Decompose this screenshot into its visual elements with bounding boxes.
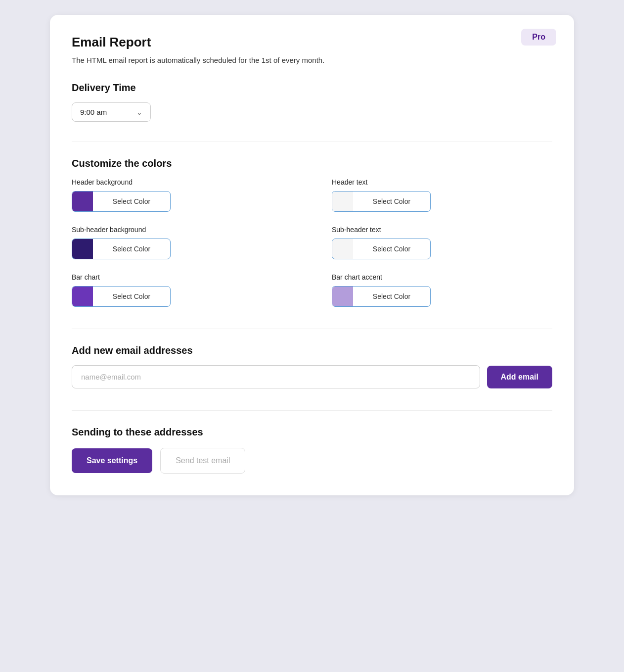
color-field-subheader-background: Sub-header backgroundSelect Color (72, 226, 292, 259)
color-picker-label-bar-chart: Select Color (93, 292, 170, 300)
time-select-dropdown[interactable]: 9:00 am ⌄ (72, 102, 151, 122)
color-field-bar-chart: Bar chartSelect Color (72, 273, 292, 307)
colors-section-title: Customize the colors (72, 158, 552, 169)
divider-3 (72, 410, 552, 411)
color-field-label-bar-chart: Bar chart (72, 273, 292, 281)
send-test-email-button[interactable]: Send test email (160, 448, 245, 474)
color-swatch-subheader-text (332, 239, 353, 259)
color-grid: Header backgroundSelect ColorHeader text… (72, 178, 552, 307)
divider-2 (72, 329, 552, 329)
color-field-bar-chart-accent: Bar chart accentSelect Color (332, 273, 552, 307)
add-email-button[interactable]: Add email (487, 366, 552, 388)
color-picker-btn-header-background[interactable]: Select Color (72, 191, 171, 212)
colors-section: Customize the colors Header backgroundSe… (72, 158, 552, 307)
color-picker-label-subheader-text: Select Color (353, 245, 430, 253)
page-title: Email Report (72, 35, 552, 50)
delivery-section: Delivery Time 9:00 am ⌄ (72, 82, 552, 122)
email-input-row: Add email (72, 365, 552, 388)
color-field-label-subheader-text: Sub-header text (332, 226, 552, 234)
time-select-value: 9:00 am (80, 108, 107, 116)
color-picker-label-subheader-background: Select Color (93, 245, 170, 253)
send-section-title: Sending to these addresses (72, 427, 552, 438)
color-picker-btn-subheader-text[interactable]: Select Color (332, 239, 431, 259)
email-section-title: Add new email addresses (72, 345, 552, 356)
save-settings-button[interactable]: Save settings (72, 448, 152, 473)
color-field-header-text: Header textSelect Color (332, 178, 552, 212)
email-input[interactable] (72, 365, 480, 388)
send-section: Sending to these addresses Save settings… (72, 427, 552, 474)
color-swatch-bar-chart (72, 287, 93, 306)
color-picker-label-header-background: Select Color (93, 197, 170, 205)
color-field-label-bar-chart-accent: Bar chart accent (332, 273, 552, 281)
email-section: Add new email addresses Add email (72, 345, 552, 388)
color-swatch-bar-chart-accent (332, 287, 353, 306)
color-picker-btn-bar-chart-accent[interactable]: Select Color (332, 286, 431, 307)
color-swatch-header-text (332, 192, 353, 211)
color-picker-btn-subheader-background[interactable]: Select Color (72, 239, 171, 259)
color-field-subheader-text: Sub-header textSelect Color (332, 226, 552, 259)
divider-1 (72, 142, 552, 142)
color-picker-btn-bar-chart[interactable]: Select Color (72, 286, 171, 307)
delivery-section-title: Delivery Time (72, 82, 552, 94)
color-field-header-background: Header backgroundSelect Color (72, 178, 292, 212)
email-report-card: Pro Email Report The HTML email report i… (50, 15, 574, 495)
color-field-label-header-text: Header text (332, 178, 552, 186)
color-field-label-header-background: Header background (72, 178, 292, 186)
chevron-down-icon: ⌄ (136, 108, 142, 116)
color-picker-label-bar-chart-accent: Select Color (353, 292, 430, 300)
color-picker-label-header-text: Select Color (353, 197, 430, 205)
color-field-label-subheader-background: Sub-header background (72, 226, 292, 234)
actions-row: Save settings Send test email (72, 448, 552, 474)
page-subtitle: The HTML email report is automatically s… (72, 56, 552, 64)
color-swatch-subheader-background (72, 239, 93, 259)
color-swatch-header-background (72, 192, 93, 211)
pro-badge: Pro (521, 29, 556, 46)
color-picker-btn-header-text[interactable]: Select Color (332, 191, 431, 212)
